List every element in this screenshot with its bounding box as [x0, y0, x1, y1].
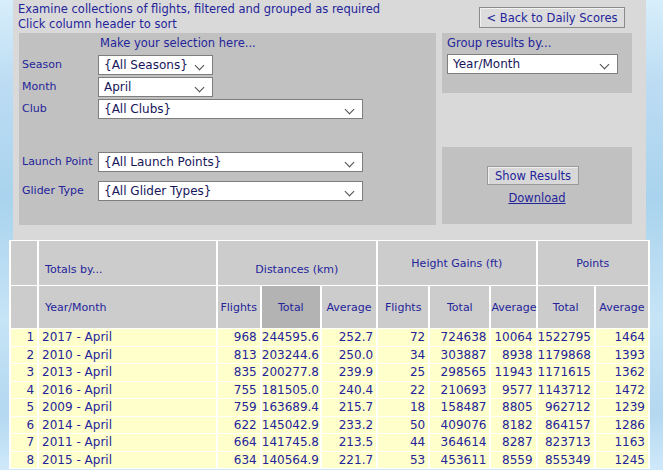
page-content: Examine collections of flights, filtered…: [13, 0, 646, 240]
filter-panel: Make your selection here... Season {All …: [19, 33, 436, 225]
row-value: 1245: [596, 452, 648, 469]
row-value: 1239: [596, 399, 648, 416]
row-value: 181505.0: [262, 382, 320, 399]
row-group-label: 2013 - April: [39, 364, 216, 381]
row-value: 22: [378, 382, 428, 399]
table-row: 82015 - April634140564.9221.753453611855…: [11, 452, 648, 469]
row-group-label: 2015 - April: [39, 452, 216, 469]
row-value: 409076: [430, 417, 489, 434]
row-value: 250.0: [322, 347, 376, 364]
row-value: 962712: [538, 399, 594, 416]
table-row: 22010 - April813203244.6250.034303887893…: [11, 347, 648, 364]
row-group-label: 2016 - April: [39, 382, 216, 399]
row-value: 8938: [491, 347, 535, 364]
row-value: 50: [378, 417, 428, 434]
intro-line-2: Click column header to sort: [18, 17, 177, 31]
download-link[interactable]: Download: [442, 191, 632, 205]
row-value: 215.7: [322, 399, 376, 416]
table-row: 32013 - April835200277.8239.925298565119…: [11, 364, 648, 381]
row-value: 1393: [596, 347, 648, 364]
row-rank: 2: [11, 347, 37, 364]
row-value: 1179868: [538, 347, 594, 364]
column-header-flights-hg[interactable]: Flights: [378, 286, 428, 328]
table-row: 52009 - April759163689.4215.718158487880…: [11, 399, 648, 416]
row-value: 622: [218, 417, 260, 434]
row-rank: 6: [11, 417, 37, 434]
chevron-down-icon: [345, 187, 355, 197]
row-value: 53: [378, 452, 428, 469]
row-value: 364614: [430, 434, 489, 451]
row-value: 200277.8: [262, 364, 320, 381]
back-to-daily-scores-button[interactable]: < Back to Daily Scores: [479, 7, 625, 28]
row-value: 835: [218, 364, 260, 381]
row-group-label: 2009 - April: [39, 399, 216, 416]
row-value: 18: [378, 399, 428, 416]
group-by-panel: Group results by... Year/Month: [442, 33, 632, 93]
row-group-label: 2011 - April: [39, 434, 216, 451]
row-value: 664: [218, 434, 260, 451]
glider-type-select[interactable]: {All Glider Types}: [98, 181, 363, 201]
row-value: 8559: [491, 452, 535, 469]
row-value: 240.4: [322, 382, 376, 399]
row-value: 1163: [596, 434, 648, 451]
season-select-value: {All Seasons}: [104, 58, 188, 72]
row-value: 233.2: [322, 417, 376, 434]
column-header-average-dist[interactable]: Average: [322, 286, 376, 328]
chevron-down-icon: [345, 158, 355, 168]
column-header-flights-dist[interactable]: Flights: [218, 286, 260, 328]
row-value: 724638: [430, 329, 489, 346]
table-row: 42016 - April755181505.0240.422210693957…: [11, 382, 648, 399]
month-select[interactable]: April: [98, 77, 213, 97]
results-table: Totals by... Distances (km) Height Gains…: [9, 240, 650, 469]
row-value: 8287: [491, 434, 535, 451]
column-header-total-hg[interactable]: Total: [430, 286, 489, 328]
row-value: 813: [218, 347, 260, 364]
club-select-value: {All Clubs}: [104, 102, 171, 116]
row-value: 1362: [596, 364, 648, 381]
row-value: 1143712: [538, 382, 594, 399]
row-value: 9577: [491, 382, 535, 399]
group-by-title: Group results by...: [447, 36, 551, 50]
row-group-label: 2017 - April: [39, 329, 216, 346]
column-header-total-dist-sorted[interactable]: Total: [262, 286, 320, 328]
row-value: 158487: [430, 399, 489, 416]
row-value: 213.5: [322, 434, 376, 451]
launch-point-label: Launch Point: [22, 155, 93, 168]
row-value: 303887: [430, 347, 489, 364]
row-rank: 1: [11, 329, 37, 346]
row-value: 1464: [596, 329, 648, 346]
row-value: 221.7: [322, 452, 376, 469]
actions-panel: Show Results Download: [442, 147, 632, 224]
row-rank: 3: [11, 364, 37, 381]
table-row: 12017 - April968244595.6252.772724638100…: [11, 329, 648, 346]
month-select-value: April: [104, 80, 131, 94]
row-value: 1171615: [538, 364, 594, 381]
row-value: 163689.4: [262, 399, 320, 416]
column-header-average-points[interactable]: Average: [596, 286, 648, 328]
row-value: 1472: [596, 382, 648, 399]
launch-point-select[interactable]: {All Launch Points}: [98, 152, 363, 172]
club-select[interactable]: {All Clubs}: [98, 99, 363, 119]
row-value: 823713: [538, 434, 594, 451]
group-by-select-value: Year/Month: [453, 57, 520, 71]
row-value: 634: [218, 452, 260, 469]
show-results-button[interactable]: Show Results: [487, 166, 579, 185]
group-by-select[interactable]: Year/Month: [447, 54, 618, 74]
row-group-label: 2014 - April: [39, 417, 216, 434]
column-header-total-points[interactable]: Total: [538, 286, 594, 328]
row-rank: 5: [11, 399, 37, 416]
row-value: 141745.8: [262, 434, 320, 451]
chevron-down-icon: [345, 105, 355, 115]
glider-type-select-value: {All Glider Types}: [104, 184, 212, 198]
season-select[interactable]: {All Seasons}: [98, 55, 213, 75]
row-value: 140564.9: [262, 452, 320, 469]
table-row: 72011 - April664141745.8213.544364614828…: [11, 434, 648, 451]
row-value: 1286: [596, 417, 648, 434]
column-header-average-hg[interactable]: Average: [491, 286, 535, 328]
column-header-year-month[interactable]: Year/Month: [39, 286, 216, 328]
row-value: 145042.9: [262, 417, 320, 434]
row-value: 72: [378, 329, 428, 346]
group-header-totals-by: Totals by...: [39, 241, 216, 285]
row-value: 252.7: [322, 329, 376, 346]
row-value: 759: [218, 399, 260, 416]
